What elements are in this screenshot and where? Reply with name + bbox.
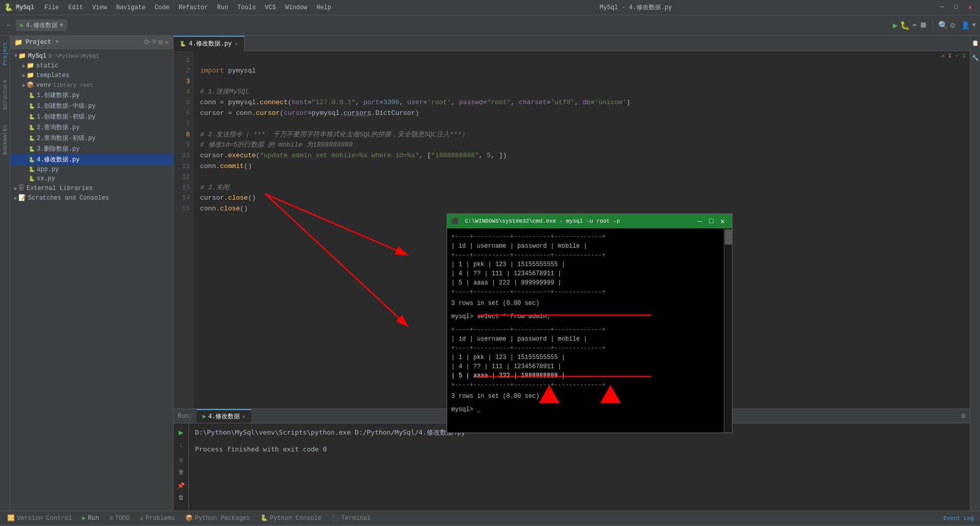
close-btn[interactable]: ✕ [964,3,976,12]
hide-icon[interactable]: ✕ [165,38,169,46]
cmd-scrollbar[interactable] [724,228,732,433]
run-filter-btn[interactable]: 🗑 [178,468,184,476]
cmd-row2-5-new: | 5 | aaaa | 222 | 1888888888 | [451,372,565,379]
collapse-icon[interactable]: ≡ [152,38,156,46]
run-wrap-btn[interactable]: ≡ [179,457,183,464]
cmd-minimize-btn[interactable]: — [695,217,705,226]
tab-todo[interactable]: ≡ TODO [104,513,135,523]
tree-item-templates[interactable]: ▶ 📁 templates [10,70,173,80]
run-tab-active[interactable]: ▶ 4.修改数据 ✕ [197,409,252,423]
profile-dropdown[interactable]: ▼ [972,21,976,29]
cmd-maximize-btn[interactable]: □ [706,217,716,226]
bottom-bar: 🔀 Version Control ▶ Run ≡ TODO ⚠ Problem… [0,511,980,525]
tab-version-control[interactable]: 🔀 Version Control [2,513,77,523]
todo-label: TODO [115,515,130,522]
main-content: Project Structure Bookmarks 📁 Project ▼ … [0,36,980,511]
check-count: ✓ 1 [955,52,966,59]
tree-root[interactable]: ▼ 📁 MySql D:\Python\MySql [10,51,173,61]
run-play-btn[interactable]: ▶ [179,427,184,438]
menu-run[interactable]: Run [213,3,232,12]
menu-window[interactable]: Window [281,3,311,12]
cmd-table-before: +----+----------+----------+------------… [451,232,720,297]
scratches-icon: 📝 [18,194,26,202]
py-icon-6: 🐍 [29,146,35,152]
cmd-window[interactable]: ⬛ C:\WINDOWS\system32\cmd.exe - mysql -u… [447,213,732,433]
stop-button[interactable]: ⏹ [919,20,927,30]
tree-item-app[interactable]: 🐍 app.py [10,165,173,174]
file-label-3: 1.创建数据-初级.py [37,112,95,121]
search-button[interactable]: 🔍 [938,20,948,31]
menu-file[interactable]: File [40,3,63,12]
tree-item-modify[interactable]: 🐍 4.修改数据.py [10,154,173,165]
run-config-selector[interactable]: ▶ 4.修改数据 ▼ [16,19,67,31]
py-icon-4: 🐍 [29,125,35,131]
cmd-title-text: C:\WINDOWS\system32\cmd.exe - mysql -u r… [465,218,691,224]
line-numbers: 1 2 3 4 5 6 7 8 9 10 11 12 13 14 15 [174,51,194,409]
menu-edit[interactable]: Edit [64,3,87,12]
tree-item-query1[interactable]: 🐍 2.查询数据.py [10,122,173,133]
tab-close-btn[interactable]: ✕ [235,41,238,47]
right-event-log[interactable]: 📋 [972,40,979,46]
menu-tools[interactable]: Tools [233,3,260,12]
bookmarks-icon[interactable]: Bookmarks [1,123,9,157]
run-button[interactable]: ▶ [893,20,898,31]
menu-view[interactable]: View [88,3,111,12]
root-folder-icon: 📁 [18,52,26,60]
tree-item-scratches[interactable]: ▶ 📝 Scratches and Consoles [10,193,173,203]
project-icon[interactable]: Project [1,40,9,67]
console-icon: 🐍 [260,514,268,522]
terminal-icon: ⬛ [332,514,339,522]
tree-item-ext-libs[interactable]: ▶ 🗄 External Libraries [10,183,173,193]
extlibs-label: External Libraries [27,185,93,192]
menu-vcs[interactable]: VCS [261,3,280,12]
tree-item-create3[interactable]: 🐍 1.创建数据-初级.py [10,111,173,122]
tree-item-xx[interactable]: 🐍 xx.py [10,174,173,183]
right-gradle[interactable]: 🔧 [972,55,979,61]
run-stop-btn[interactable]: ↓ [179,442,183,449]
editor-tab-modify[interactable]: 🐍 4.修改数据.py ✕ [174,36,244,51]
cmd-close-btn[interactable]: ✕ [718,217,728,226]
menu-help[interactable]: Help [312,3,335,12]
menu-code[interactable]: Code [151,3,174,12]
run-trash-btn[interactable]: 🗑 [178,494,184,501]
problems-icon: ⚠ [140,514,143,522]
tree-item-create2[interactable]: 🐍 1.创建数据-中级.py [10,101,173,111]
sync-icon[interactable]: ⟳ [144,38,150,46]
tree-item-query2[interactable]: 🐍 2.查询数据-初级.py [10,133,173,144]
tree-item-static[interactable]: ▶ 📁 static [10,61,173,70]
toolbar-back-btn[interactable]: ← [4,20,14,31]
tree-item-delete[interactable]: 🐍 3.删除数据.py [10,144,173,154]
structure-icon[interactable]: Structure [1,78,9,112]
menu-navigate[interactable]: Navigate [112,3,150,12]
tree-item-create1[interactable]: 🐍 1.创建数据.py [10,90,173,101]
tab-python-packages[interactable]: 📦 Python Packages [180,513,255,523]
terminal-label: Terminal [341,515,371,522]
minimize-btn[interactable]: — [936,3,948,12]
event-log-btn[interactable]: Event Log [944,515,974,521]
cmd-titlebar: ⬛ C:\WINDOWS\system32\cmd.exe - mysql -u… [447,214,732,228]
scratches-arrow: ▶ [14,195,17,201]
run-tab-close[interactable]: ✕ [242,414,245,420]
debug-button[interactable]: 🐛 [900,20,910,31]
tree-item-venv[interactable]: ▶ 📦 venv library root [10,80,173,90]
tab-run[interactable]: ▶ Run [77,513,104,523]
file-label-2: 1.创建数据-中级.py [37,102,95,110]
maximize-btn[interactable]: □ [950,3,962,12]
project-dropdown-icon[interactable]: ▼ [55,39,58,45]
templates-label: templates [36,72,69,79]
tab-python-console[interactable]: 🐍 Python Console [255,513,327,523]
settings-icon[interactable]: ⚙ [158,38,162,46]
run-sidebar: ▶ ↓ ≡ 🗑 📌 🗑 [174,423,189,511]
settings-button[interactable]: ⚙ [950,20,955,31]
menu-refactor[interactable]: Refactor [175,3,212,12]
run-spacer [195,438,964,444]
tab-terminal[interactable]: ⬛ Terminal [327,513,376,523]
console-label: Python Console [270,515,322,522]
templates-arrow: ▶ [22,73,26,79]
toolbar: ← ▶ 4.修改数据 ▼ ▶ 🐛 ☂ ⏹ 🔍 ⚙ 👤 ▼ [0,15,980,36]
tab-problems[interactable]: ⚠ Problems [135,513,180,523]
run-settings-btn[interactable]: ⚙ [958,412,970,420]
run-pin-btn[interactable]: 📌 [177,482,185,490]
coverage-button[interactable]: ☂ [912,20,917,31]
profile-icon[interactable]: 👤 [961,21,970,30]
